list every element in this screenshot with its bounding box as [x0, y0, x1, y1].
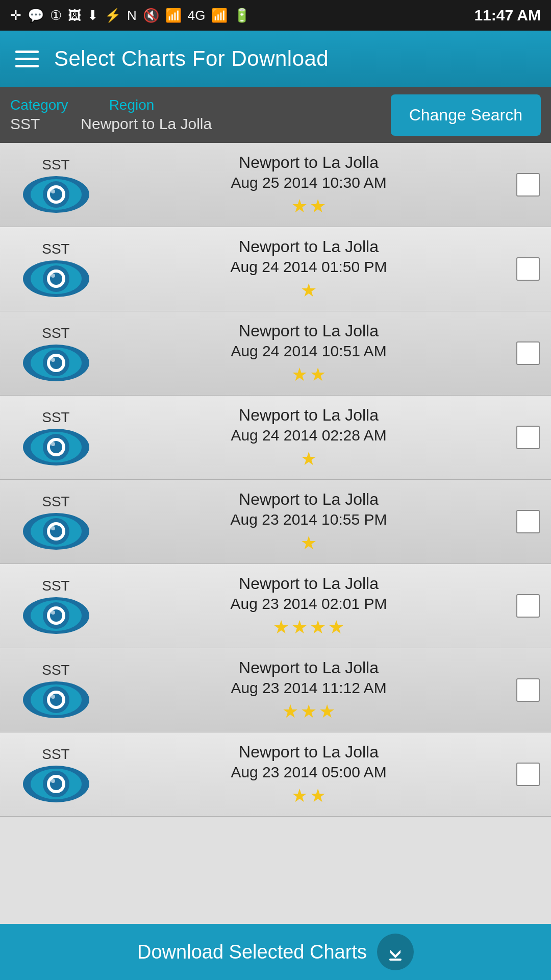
download-icon: [377, 934, 414, 970]
wifi-icon: 📶: [165, 8, 182, 23]
chart-select-checkbox[interactable]: [516, 678, 540, 702]
star-icon: ★: [282, 701, 298, 722]
chart-select-checkbox[interactable]: [516, 426, 540, 449]
chart-row: SST Newport to La Jolla Aug 24 2014 01:5…: [0, 227, 551, 311]
chart-category: SST: [42, 325, 69, 341]
chart-icon-column: SST: [0, 564, 112, 648]
chart-region: Newport to La Jolla: [239, 490, 379, 509]
download-label: Download Selected Charts: [137, 941, 367, 963]
status-bar: ✛ 💬 ① 🖼 ⬇ ⚡ N 🔇 📶 4G 📶 🔋 11:47 AM: [0, 0, 551, 31]
chart-region: Newport to La Jolla: [239, 406, 379, 425]
chart-info-column: Newport to La Jolla Aug 24 2014 01:50 PM…: [112, 237, 505, 301]
chart-date: Aug 25 2014 10:30 AM: [231, 174, 386, 191]
chart-stars: ★★: [291, 364, 326, 385]
chart-stars: ★: [300, 532, 317, 554]
chart-date: Aug 24 2014 10:51 AM: [231, 342, 386, 360]
chart-list: SST Newport to La Jolla Aug 25 2014 10:3…: [0, 143, 551, 817]
star-icon: ★: [300, 532, 317, 554]
chart-select-checkbox[interactable]: [516, 594, 540, 618]
chart-select-checkbox[interactable]: [516, 257, 540, 281]
svg-rect-49: [389, 959, 402, 961]
battery-icon: 🔋: [234, 8, 250, 23]
star-icon: ★: [328, 617, 344, 638]
chart-info-column: Newport to La Jolla Aug 23 2014 10:55 PM…: [112, 490, 505, 554]
chart-icon-column: SST: [0, 396, 112, 479]
chart-select-checkbox[interactable]: [516, 173, 540, 197]
chart-stars: ★★★★: [273, 617, 344, 638]
chart-checkbox-column[interactable]: [505, 510, 551, 533]
chart-icon-column: SST: [0, 143, 112, 227]
svg-marker-48: [390, 946, 400, 958]
star-icon: ★: [310, 617, 326, 638]
chart-info-column: Newport to La Jolla Aug 23 2014 05:00 AM…: [112, 743, 505, 806]
bluetooth-icon: ⚡: [105, 8, 121, 23]
mute-icon: 🔇: [143, 8, 159, 23]
svg-point-35: [51, 610, 55, 615]
nfc-icon: N: [127, 8, 137, 23]
chart-stars: ★★★: [282, 701, 335, 722]
page-title: Select Charts For Download: [54, 46, 329, 71]
chart-category: SST: [42, 578, 69, 594]
chart-icon-column: SST: [0, 480, 112, 564]
chart-row: SST Newport to La Jolla Aug 23 2014 05:0…: [0, 732, 551, 817]
download-bar[interactable]: Download Selected Charts: [0, 924, 551, 980]
svg-point-17: [51, 358, 55, 362]
chart-stars: ★: [300, 448, 317, 470]
chart-row: SST Newport to La Jolla Aug 24 2014 02:2…: [0, 396, 551, 480]
filter-labels: Category Region SST Newport to La Jolla: [10, 97, 391, 133]
chart-date: Aug 24 2014 01:50 PM: [231, 258, 387, 276]
svg-point-47: [51, 779, 55, 783]
chart-date: Aug 23 2014 05:00 AM: [231, 764, 386, 781]
chart-region: Newport to La Jolla: [239, 322, 379, 340]
chart-checkbox-column[interactable]: [505, 763, 551, 786]
chart-category: SST: [42, 157, 69, 173]
chart-select-checkbox[interactable]: [516, 763, 540, 786]
chart-checkbox-column[interactable]: [505, 678, 551, 702]
chart-stars: ★★: [291, 785, 326, 806]
star-icon: ★: [291, 195, 308, 217]
chart-date: Aug 24 2014 02:28 AM: [231, 427, 386, 444]
chart-category: SST: [42, 662, 69, 678]
svg-point-29: [51, 526, 55, 530]
star-icon: ★: [310, 195, 326, 217]
status-icons-left: ✛ 💬 ① 🖼 ⬇ ⚡ N 🔇 📶 4G 📶 🔋: [10, 8, 250, 23]
chart-region: Newport to La Jolla: [239, 237, 379, 256]
menu-button[interactable]: [15, 51, 39, 67]
chart-category: SST: [42, 494, 69, 510]
chart-checkbox-column[interactable]: [505, 594, 551, 618]
filter-value-row: SST Newport to La Jolla: [10, 113, 391, 133]
app-header: Select Charts For Download: [0, 31, 551, 87]
chart-info-column: Newport to La Jolla Aug 24 2014 02:28 AM…: [112, 406, 505, 470]
signal-icon: 📶: [211, 8, 228, 23]
chart-row: SST Newport to La Jolla Aug 23 2014 11:1…: [0, 648, 551, 732]
chart-icon-column: SST: [0, 311, 112, 395]
change-search-button[interactable]: Change Search: [391, 94, 541, 136]
chart-checkbox-column[interactable]: [505, 341, 551, 365]
chart-checkbox-column[interactable]: [505, 173, 551, 197]
star-icon: ★: [291, 364, 308, 385]
star-icon: ★: [310, 785, 326, 806]
chart-icon-column: SST: [0, 227, 112, 311]
star-icon: ★: [291, 785, 308, 806]
chart-select-checkbox[interactable]: [516, 341, 540, 365]
chart-region: Newport to La Jolla: [239, 153, 379, 172]
svg-point-5: [51, 189, 55, 193]
chart-select-checkbox[interactable]: [516, 510, 540, 533]
chart-stars: ★★: [291, 195, 326, 217]
one-badge-icon: ①: [50, 8, 62, 23]
star-icon: ★: [273, 617, 289, 638]
chart-checkbox-column[interactable]: [505, 426, 551, 449]
chart-info-column: Newport to La Jolla Aug 23 2014 02:01 PM…: [112, 574, 505, 638]
chart-stars: ★: [300, 280, 317, 301]
chart-region: Newport to La Jolla: [239, 743, 379, 762]
chart-date: Aug 23 2014 10:55 PM: [231, 511, 387, 528]
chart-date: Aug 23 2014 11:12 AM: [231, 679, 386, 697]
download-arrow-icon: [385, 942, 406, 962]
svg-point-11: [51, 274, 55, 278]
chart-row: SST Newport to La Jolla Aug 24 2014 10:5…: [0, 311, 551, 396]
filter-header-row: Category Region: [10, 97, 391, 113]
region-label: Region: [109, 97, 155, 113]
chart-info-column: Newport to La Jolla Aug 24 2014 10:51 AM…: [112, 322, 505, 385]
chart-checkbox-column[interactable]: [505, 257, 551, 281]
plus-icon: ✛: [10, 8, 21, 23]
